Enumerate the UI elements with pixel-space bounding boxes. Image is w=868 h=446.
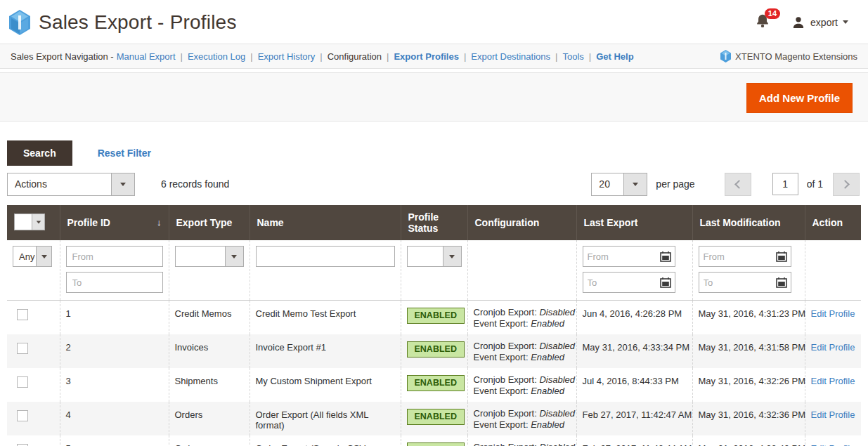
search-row: Search Reset Filter bbox=[7, 140, 868, 166]
row-checkbox[interactable] bbox=[17, 376, 28, 388]
mass-select-filter-dropdown[interactable]: Any bbox=[13, 246, 52, 267]
cell-export-type: Orders bbox=[169, 402, 250, 435]
last-modification-to-input[interactable] bbox=[699, 277, 772, 288]
filter-profile-status-cell bbox=[401, 240, 467, 301]
chevron-down-icon bbox=[111, 173, 134, 195]
cell-last-modification: May 31, 2016, 4:31:58 PM bbox=[692, 334, 805, 368]
filter-export-type-cell bbox=[169, 240, 250, 301]
page-header: Sales Export - Profiles 14 export bbox=[0, 0, 868, 44]
user-icon bbox=[791, 15, 805, 29]
select-all-dropdown[interactable] bbox=[14, 214, 45, 230]
column-header-last-modification[interactable]: Last Modification bbox=[692, 205, 805, 240]
row-checkbox[interactable] bbox=[17, 309, 28, 320]
cell-name: Order Export (All fields XML format) bbox=[250, 402, 401, 435]
column-header-name[interactable]: Name bbox=[250, 205, 401, 240]
cell-name: Order Export (Sample CSV format) bbox=[250, 435, 401, 446]
previous-page-button[interactable] bbox=[725, 173, 751, 196]
column-header-last-export[interactable]: Last Export bbox=[576, 205, 692, 240]
status-badge: ENABLED bbox=[407, 341, 465, 358]
calendar-icon[interactable] bbox=[656, 247, 675, 266]
nav-link-export-history[interactable]: Export History bbox=[258, 51, 316, 62]
actions-dropdown[interactable]: Actions bbox=[7, 173, 135, 196]
table-row: 4 Orders Order Export (All fields XML fo… bbox=[7, 402, 861, 435]
page-number-input[interactable] bbox=[772, 173, 798, 195]
last-modification-from-input[interactable] bbox=[699, 251, 772, 262]
last-export-from-input[interactable] bbox=[583, 251, 656, 262]
add-new-profile-button[interactable]: Add New Profile bbox=[746, 83, 853, 113]
nav-link-export-profiles[interactable]: Export Profiles bbox=[394, 51, 458, 62]
cell-last-export: Feb 27, 2017, 11:42:47 AM bbox=[576, 402, 692, 435]
column-header-profile-id[interactable]: Profile ID bbox=[60, 205, 169, 240]
filter-configuration-cell bbox=[467, 240, 576, 301]
search-button[interactable]: Search bbox=[7, 140, 72, 166]
profile-id-from-input[interactable] bbox=[66, 246, 163, 267]
calendar-icon[interactable] bbox=[772, 273, 791, 292]
last-modification-from-field bbox=[699, 246, 791, 267]
cell-profile-id: 2 bbox=[60, 334, 169, 368]
grid-header-row: Profile ID Export Type Name Profile Stat… bbox=[7, 205, 861, 240]
calendar-icon[interactable] bbox=[656, 273, 675, 292]
user-menu[interactable]: export bbox=[791, 15, 848, 29]
per-page-dropdown[interactable]: 20 bbox=[591, 173, 647, 196]
xtento-brand: XTENTO Magento Extensions bbox=[720, 50, 857, 63]
cronjob-status: Disabled bbox=[539, 408, 575, 419]
actions-dropdown-value: Actions bbox=[8, 178, 111, 190]
select-all-header bbox=[7, 205, 60, 240]
status-badge: ENABLED bbox=[407, 308, 465, 324]
cronjob-status: Disabled bbox=[539, 307, 575, 317]
column-header-export-type[interactable]: Export Type bbox=[169, 205, 250, 240]
calendar-icon[interactable] bbox=[772, 247, 791, 266]
filter-action-cell bbox=[805, 240, 861, 301]
row-checkbox[interactable] bbox=[17, 444, 28, 446]
edit-profile-link[interactable]: Edit Profile bbox=[811, 342, 855, 353]
separator bbox=[250, 51, 252, 62]
cell-configuration: Cronjob Export: Disabled Event Export: E… bbox=[467, 368, 576, 402]
edit-profile-link[interactable]: Edit Profile bbox=[811, 376, 855, 386]
records-found-label: 6 records found bbox=[161, 178, 229, 190]
page-count-label: of 1 bbox=[807, 178, 823, 190]
cell-export-type: Shipments bbox=[169, 368, 250, 402]
status-badge: ENABLED bbox=[407, 409, 465, 425]
profile-id-to-input[interactable] bbox=[66, 272, 163, 293]
separator bbox=[589, 51, 591, 62]
name-filter-input[interactable] bbox=[256, 246, 395, 267]
reset-filter-link[interactable]: Reset Filter bbox=[98, 147, 151, 159]
cell-name: Invoice Export #1 bbox=[250, 334, 401, 368]
nav-link-manual-export[interactable]: Manual Export bbox=[117, 51, 176, 62]
brand-label: XTENTO Magento Extensions bbox=[735, 51, 857, 62]
nav-link-export-destinations[interactable]: Export Destinations bbox=[471, 51, 550, 62]
cell-export-type: Credit Memos bbox=[169, 301, 250, 334]
cell-last-modification: May 31, 2016, 4:32:36 PM bbox=[692, 402, 805, 435]
row-checkbox[interactable] bbox=[17, 410, 28, 421]
column-header-configuration[interactable]: Configuration bbox=[467, 205, 576, 240]
notifications-button[interactable]: 14 bbox=[755, 13, 770, 32]
cell-profile-id: 5 bbox=[60, 435, 169, 446]
nav-link-tools[interactable]: Tools bbox=[562, 51, 583, 62]
cell-last-modification: May 31, 2016, 4:32:40 PM bbox=[692, 435, 805, 446]
column-header-profile-status[interactable]: Profile Status bbox=[401, 205, 467, 240]
nav-link-execution-log[interactable]: Execution Log bbox=[188, 51, 245, 62]
nav-link-get-help[interactable]: Get Help bbox=[596, 51, 633, 62]
cell-last-modification: May 31, 2016, 4:32:26 PM bbox=[692, 368, 805, 402]
event-status: Enabled bbox=[531, 386, 564, 396]
last-export-to-input[interactable] bbox=[583, 277, 656, 288]
edit-profile-link[interactable]: Edit Profile bbox=[811, 409, 855, 420]
separator bbox=[320, 51, 322, 62]
table-row: 1 Credit Memos Credit Memo Test Export E… bbox=[7, 301, 861, 334]
select-all-checkbox[interactable] bbox=[15, 214, 32, 230]
page-title: Sales Export - Profiles bbox=[39, 11, 237, 34]
row-checkbox[interactable] bbox=[17, 343, 28, 354]
export-type-filter-dropdown[interactable] bbox=[175, 246, 244, 267]
next-page-button[interactable] bbox=[833, 173, 860, 196]
nav-item-configuration[interactable]: Configuration bbox=[328, 51, 382, 62]
cell-configuration: Cronjob Export: Disabled Event Export: E… bbox=[467, 402, 576, 435]
cell-last-export: Jun 4, 2016, 4:26:28 PM bbox=[576, 301, 692, 334]
status-badge: ENABLED bbox=[407, 375, 465, 391]
cell-export-type: Invoices bbox=[169, 334, 250, 368]
username-label: export bbox=[810, 17, 838, 28]
filter-last-modification-cell bbox=[692, 240, 805, 301]
profile-status-filter-dropdown[interactable] bbox=[407, 246, 462, 267]
edit-profile-link[interactable]: Edit Profile bbox=[811, 308, 855, 319]
edit-profile-link[interactable]: Edit Profile bbox=[811, 443, 855, 446]
module-navigation: Sales Export Navigation - Manual Export … bbox=[0, 44, 868, 69]
